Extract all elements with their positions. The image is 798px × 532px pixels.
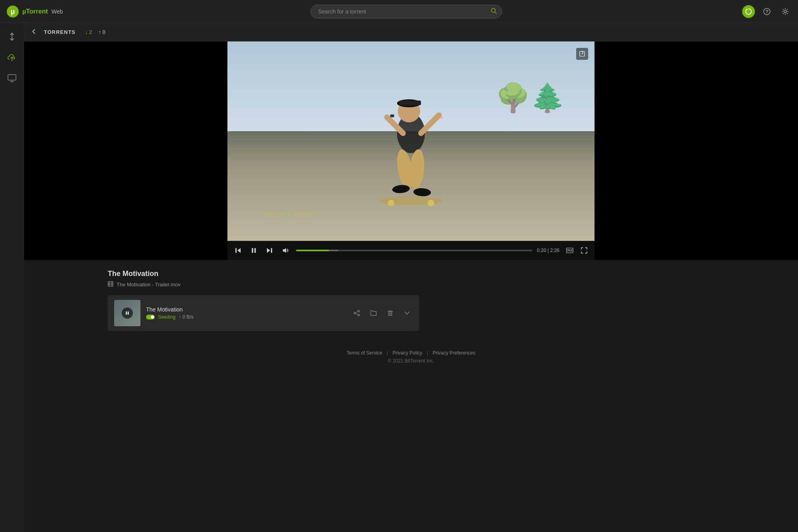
back-arrow-icon (30, 28, 38, 35)
fullscreen-button[interactable] (579, 245, 590, 256)
share-overlay-button[interactable] (576, 48, 588, 60)
torrent-status: Seeding ↑ 0 B/s (146, 314, 346, 320)
torrent-expand-button[interactable] (401, 307, 413, 319)
search-button[interactable] (491, 8, 497, 15)
svg-point-14 (428, 200, 434, 206)
subtitles-icon (566, 248, 573, 253)
info-section: The Motivation The Motivation - Trailer.… (24, 260, 503, 341)
time-display: 0:20 | 2:26 (537, 248, 560, 253)
svg-line-50 (356, 311, 358, 313)
file-info: The Motivation - Trailer.mov (108, 281, 419, 288)
footer: Terms of Service | Privacy Policy | Priv… (24, 341, 798, 368)
copyright: © 2021 BitTorrent Inc. (24, 358, 798, 364)
svg-marker-35 (283, 248, 286, 253)
pause-small-icon (125, 311, 129, 315)
skip-forward-icon (267, 247, 273, 254)
next-button[interactable] (264, 245, 275, 256)
svg-line-28 (582, 53, 583, 54)
main-layout: TORRENTS ↓ 2 ↑ 0 (0, 23, 798, 532)
video-display[interactable]: ✦✦ 🌳🌲 MATRIX ★ MATRIX (227, 41, 595, 241)
fullscreen-buttons (564, 245, 590, 256)
privacy-link[interactable]: Privacy Policy (393, 350, 423, 356)
torrents-bar: TORRENTS ↓ 2 ↑ 0 (24, 23, 798, 41)
torrents-label: TORRENTS (44, 29, 75, 35)
torrent-name: The Motivation (146, 306, 346, 313)
preferences-link[interactable]: Privacy Preferences (433, 350, 475, 356)
share-icon (579, 51, 585, 57)
torrent-card: The Motivation Seeding ↑ 0 B/s (108, 295, 419, 331)
fullscreen-icon (581, 247, 587, 254)
cloud-icon (7, 53, 17, 61)
refresh-icon (745, 8, 752, 15)
refresh-button[interactable] (742, 5, 755, 18)
svg-point-47 (358, 310, 359, 312)
trees-decoration: 🌳🌲 (496, 81, 565, 114)
help-icon: ? (763, 8, 770, 15)
torrent-actions (351, 307, 413, 319)
svg-point-13 (388, 200, 394, 206)
svg-line-20 (421, 115, 439, 133)
svg-point-6 (784, 10, 786, 13)
app-header: µ µTorrent Web ? (0, 0, 798, 23)
pause-button[interactable] (248, 245, 259, 256)
sidebar-item-monitor[interactable] (3, 69, 21, 87)
svg-text:µ: µ (11, 8, 15, 16)
stats-area: ↓ 2 ↑ 0 (85, 29, 105, 35)
film-icon (108, 281, 113, 287)
monitor-icon (8, 74, 16, 82)
download-stat: ↓ 2 (85, 29, 92, 35)
svg-rect-45 (126, 311, 127, 315)
sidebar-item-cloud[interactable] (3, 49, 21, 66)
svg-line-51 (356, 313, 358, 315)
svg-marker-33 (267, 248, 270, 253)
svg-rect-18 (399, 100, 421, 105)
seeding-label: Seeding (158, 314, 176, 320)
search-input[interactable] (310, 5, 502, 18)
folder-icon (370, 310, 377, 316)
svg-rect-40 (108, 282, 113, 286)
video-skater: ✦✦ 🌳🌲 MATRIX ★ MATRIX (227, 41, 595, 241)
content-area: TORRENTS ↓ 2 ↑ 0 (24, 23, 798, 532)
progress-bar[interactable] (296, 250, 532, 251)
svg-rect-26 (390, 114, 394, 117)
svg-rect-9 (8, 75, 16, 80)
svg-marker-29 (237, 248, 241, 253)
graffiti: MATRIX ★ MATRIX (264, 212, 315, 217)
logo-area: µ µTorrent Web (6, 5, 70, 18)
volume-button[interactable] (280, 245, 291, 256)
help-button[interactable]: ? (760, 5, 773, 18)
header-actions: ? (742, 5, 792, 18)
progress-filled (296, 250, 329, 251)
svg-point-48 (358, 314, 359, 316)
video-frame: ✦✦ 🌳🌲 MATRIX ★ MATRIX (227, 41, 595, 260)
upload-speed: ↑ 0 B/s (179, 314, 194, 320)
svg-text:✦✦: ✦✦ (437, 116, 443, 120)
torrent-share-button[interactable] (351, 307, 362, 319)
svg-rect-32 (255, 248, 256, 253)
back-button[interactable] (30, 28, 38, 37)
torrent-delete-button[interactable] (385, 307, 396, 319)
pause-icon (251, 247, 257, 254)
footer-links: Terms of Service | Privacy Policy | Priv… (24, 350, 798, 356)
subtitles-button[interactable] (564, 245, 575, 256)
file-icon (108, 281, 113, 288)
svg-text:?: ? (766, 9, 768, 14)
video-controls: 0:20 | 2:26 (227, 241, 595, 260)
torrent-pause-overlay (122, 307, 133, 319)
settings-button[interactable] (779, 5, 792, 18)
search-icon (491, 8, 497, 14)
skip-back-icon (235, 247, 241, 254)
terms-link[interactable]: Terms of Service (346, 350, 382, 356)
utorrent-logo-icon: µ (6, 5, 19, 18)
svg-rect-30 (235, 248, 237, 253)
torrent-thumbnail (114, 300, 140, 326)
prev-button[interactable] (232, 245, 243, 256)
search-bar (70, 5, 742, 18)
filename: The Motivation - Trailer.mov (117, 282, 180, 288)
share-torrent-icon (354, 310, 360, 316)
torrent-folder-button[interactable] (368, 307, 379, 319)
svg-point-49 (354, 312, 356, 314)
upload-stat: ↑ 0 (99, 29, 105, 35)
sidebar-item-transfer[interactable] (3, 28, 21, 45)
logo-label: µTorrent Web (22, 8, 63, 15)
